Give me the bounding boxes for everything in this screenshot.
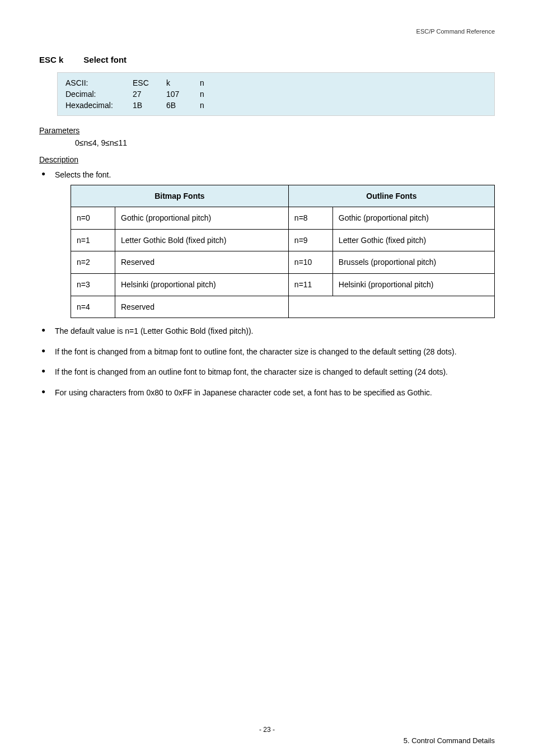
cell-ln: n=0 xyxy=(71,207,115,230)
encoding-block: ASCII: ESC k n Decimal: 27 107 n Hexadec… xyxy=(57,72,495,116)
enc-c3: n xyxy=(200,101,222,110)
enc-c1: 27 xyxy=(133,90,166,99)
section-title-text: Select font xyxy=(83,55,127,64)
bullet-item: If the font is changed from a bitmap fon… xyxy=(39,344,495,360)
bullet-item: If the font is changed from an outline f… xyxy=(39,365,495,380)
font-table: Bitmap Fonts Outline Fonts n=0 Gothic (p… xyxy=(71,185,495,319)
bullet-text: If the font is changed from a bitmap fon… xyxy=(55,347,457,356)
cell-rn: n=8 xyxy=(288,207,332,230)
cell-rd: Helsinki (proportional pitch) xyxy=(332,273,494,296)
cell-ld: Gothic (proportional pitch) xyxy=(115,207,289,230)
parameters-value: 0≤n≤4, 9≤n≤11 xyxy=(75,138,495,147)
table-row: n=3 Helsinki (proportional pitch) n=11 H… xyxy=(71,273,495,296)
cell-ln: n=3 xyxy=(71,273,115,296)
th-bitmap: Bitmap Fonts xyxy=(71,185,289,207)
bullet-selects: Selects the font. Bitmap Fonts Outline F… xyxy=(39,167,495,318)
bullet-item: The default value is n=1 (Letter Gothic … xyxy=(39,324,495,339)
enc-label: ASCII: xyxy=(65,78,133,87)
th-outline: Outline Fonts xyxy=(288,185,494,207)
parameters-heading: Parameters xyxy=(39,126,495,135)
cell-ld: Letter Gothic Bold (fixed pitch) xyxy=(115,229,289,251)
enc-label: Decimal: xyxy=(65,90,133,99)
cell-rd: Letter Gothic (fixed pitch) xyxy=(332,229,494,251)
cell-rn: n=10 xyxy=(288,251,332,274)
page-number: - 23 - xyxy=(39,726,495,734)
section-code: ESC k xyxy=(39,55,63,64)
cell-rd: Brussels (proportional pitch) xyxy=(332,251,494,274)
enc-c2: k xyxy=(166,78,200,87)
enc-c3: n xyxy=(200,90,222,99)
cell-ln: n=1 xyxy=(71,229,115,251)
section-heading: ESC kSelect font xyxy=(39,55,495,64)
cell-ln: n=2 xyxy=(71,251,115,274)
cell-ld: Helsinki (proportional pitch) xyxy=(115,273,289,296)
enc-c3: n xyxy=(200,78,222,87)
cell-ld: Reserved xyxy=(115,296,289,318)
table-row: n=1 Letter Gothic Bold (fixed pitch) n=9… xyxy=(71,229,495,251)
cell-rn: n=11 xyxy=(288,273,332,296)
table-row: n=4 Reserved xyxy=(71,296,495,318)
enc-c1: ESC xyxy=(133,78,166,87)
enc-label: Hexadecimal: xyxy=(65,101,133,110)
enc-c1: 1B xyxy=(133,101,166,110)
encoding-row: Hexadecimal: 1B 6B n xyxy=(65,101,486,110)
table-row: n=0 Gothic (proportional pitch) n=8 Goth… xyxy=(71,207,495,230)
table-row: n=2 Reserved n=10 Brussels (proportional… xyxy=(71,251,495,274)
encoding-row: Decimal: 27 107 n xyxy=(65,90,486,99)
footer-section-ref: 5. Control Command Details xyxy=(404,736,495,745)
bullet-text: Selects the font. xyxy=(55,170,111,179)
bullet-text: The default value is n=1 (Letter Gothic … xyxy=(55,326,253,335)
page-footer: - 23 - 5. Control Command Details xyxy=(39,726,495,734)
doc-header: ESC/P Command Reference xyxy=(39,28,495,35)
cell-ld: Reserved xyxy=(115,251,289,274)
cell-ln: n=4 xyxy=(71,296,115,318)
bullet-text: For using characters from 0x80 to 0xFF i… xyxy=(55,388,432,397)
enc-c2: 107 xyxy=(166,90,200,99)
cell-rd: Gothic (proportional pitch) xyxy=(332,207,494,230)
cell-rn: n=9 xyxy=(288,229,332,251)
enc-c2: 6B xyxy=(166,101,200,110)
description-heading: Description xyxy=(39,155,495,164)
encoding-row: ASCII: ESC k n xyxy=(65,78,486,87)
bullet-item: For using characters from 0x80 to 0xFF i… xyxy=(39,385,495,400)
bullet-text: If the font is changed from an outline f… xyxy=(55,367,448,376)
cell-empty xyxy=(288,296,494,318)
